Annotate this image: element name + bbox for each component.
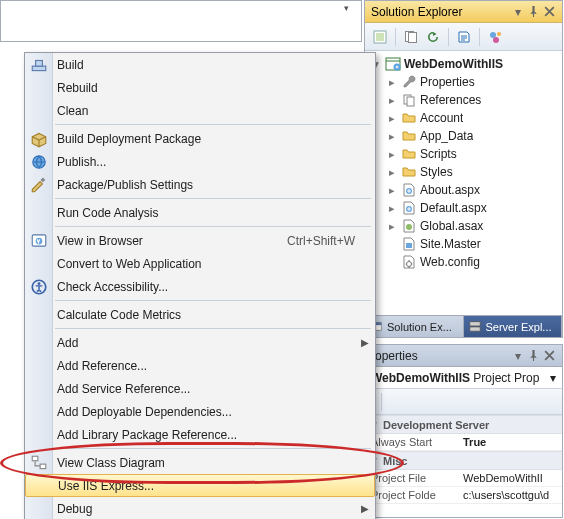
menu-add-deployable[interactable]: Add Deployable Dependencies... xyxy=(25,400,375,423)
combo-caret-icon[interactable]: ▾ xyxy=(550,371,556,385)
panel-menu-icon[interactable]: ▾ xyxy=(511,350,524,362)
properties-body: ▾ Development Server Always Start True ▾… xyxy=(365,415,562,504)
prop-always-start[interactable]: Always Start True xyxy=(365,434,562,451)
tree-item[interactable]: ▸References xyxy=(385,91,562,109)
panel-close-icon[interactable] xyxy=(543,6,556,18)
menu-publish-label: Publish... xyxy=(57,155,106,169)
menu-add-deployable-label: Add Deployable Dependencies... xyxy=(57,405,232,419)
project-root-label: WebDemoWithIIS xyxy=(404,57,503,71)
menu-view-in-browser[interactable]: View in Browser Ctrl+Shift+W xyxy=(25,229,375,252)
menu-check-accessibility-label: Check Accessibility... xyxy=(57,280,168,294)
refresh-icon[interactable] xyxy=(424,28,442,46)
class-diagram-icon xyxy=(30,454,48,472)
menu-add[interactable]: Add ▶ xyxy=(25,331,375,354)
menu-sep xyxy=(55,328,371,329)
menu-sep xyxy=(55,448,371,449)
properties-icon[interactable] xyxy=(371,28,389,46)
accessibility-icon xyxy=(30,278,48,296)
view-designer-icon[interactable] xyxy=(486,28,504,46)
menu-run-code-analysis[interactable]: Run Code Analysis xyxy=(25,201,375,224)
menu-build-deploy[interactable]: Build Deployment Package xyxy=(25,127,375,150)
tab-server-explorer[interactable]: Server Expl... xyxy=(464,316,563,337)
panel-menu-icon[interactable]: ▾ xyxy=(511,6,524,18)
tree-item[interactable]: ▸Styles xyxy=(385,163,562,181)
tree-item[interactable]: ▸Global.asax xyxy=(385,217,562,235)
menu-view-class-diagram[interactable]: View Class Diagram xyxy=(25,451,375,474)
expand-icon[interactable]: ▸ xyxy=(385,130,398,143)
tree-item[interactable]: Site.Master xyxy=(385,235,562,253)
expand-icon[interactable]: ▸ xyxy=(385,184,398,197)
properties-title-label: roperties xyxy=(371,349,418,363)
tree-item-label: Styles xyxy=(420,165,453,179)
settings-icon xyxy=(30,176,48,194)
project-root[interactable]: ▾ WebDemoWithIIS xyxy=(369,55,562,73)
menu-add-library-pkg[interactable]: Add Library Package Reference... xyxy=(25,423,375,446)
menu-check-accessibility[interactable]: Check Accessibility... xyxy=(25,275,375,298)
menu-add-service-reference[interactable]: Add Service Reference... xyxy=(25,377,375,400)
expand-icon[interactable]: ▸ xyxy=(385,166,398,179)
menu-sep xyxy=(55,198,371,199)
menu-use-iis-express[interactable]: Use IIS Express... xyxy=(25,474,375,497)
tree-item[interactable]: ▸Default.aspx xyxy=(385,199,562,217)
tab-solution-explorer[interactable]: Solution Ex... xyxy=(365,316,464,337)
menu-clean[interactable]: Clean xyxy=(25,99,375,122)
menu-view-in-browser-shortcut: Ctrl+Shift+W xyxy=(287,234,355,248)
expand-icon[interactable]: ▸ xyxy=(385,220,398,233)
tree-item-label: Web.config xyxy=(420,255,480,269)
expand-icon[interactable]: ▸ xyxy=(385,202,398,215)
menu-convert-webapp[interactable]: Convert to Web Application xyxy=(25,252,375,275)
prop-cat-misc[interactable]: ▾ Misc xyxy=(365,451,562,470)
prop-always-start-key: Always Start xyxy=(371,436,463,448)
properties-combo[interactable]: WebDemoWithIIS Project Prop ▾ xyxy=(365,367,562,389)
tree-item-label: Default.aspx xyxy=(420,201,487,215)
server-tab-icon xyxy=(468,319,482,335)
package-icon xyxy=(30,130,48,148)
menu-view-in-browser-label: View in Browser xyxy=(57,234,143,248)
menu-sep xyxy=(55,124,371,125)
tree-item[interactable]: Web.config xyxy=(385,253,562,271)
expand-icon[interactable] xyxy=(385,238,398,250)
folder-icon xyxy=(401,128,417,144)
menu-publish[interactable]: Publish... xyxy=(25,150,375,173)
menu-debug-label: Debug xyxy=(57,502,92,516)
tree-item[interactable]: ▸Account xyxy=(385,109,562,127)
panel-pin-icon[interactable] xyxy=(527,6,540,18)
config-icon xyxy=(401,254,417,270)
prop-project-file[interactable]: Project File WebDemoWithII xyxy=(365,470,562,487)
expand-icon[interactable] xyxy=(385,256,398,268)
folder-icon xyxy=(401,164,417,180)
tree-item-label: Account xyxy=(420,111,463,125)
tree-item-label: Properties xyxy=(420,75,475,89)
svg-rect-18 xyxy=(469,321,480,325)
menu-calc-metrics-label: Calculate Code Metrics xyxy=(57,308,181,322)
solution-explorer-panel: Solution Explorer ▾ ▾ WebDemoWithIIS xyxy=(364,0,563,338)
expand-icon[interactable]: ▸ xyxy=(385,148,398,161)
menu-build[interactable]: Build xyxy=(25,53,375,76)
menu-debug[interactable]: Debug ▶ xyxy=(25,497,375,519)
prop-project-folder[interactable]: Project Folde c:\users\scottgu\d xyxy=(365,487,562,504)
expand-icon[interactable]: ▸ xyxy=(385,94,398,107)
panel-pin-icon[interactable] xyxy=(527,350,540,362)
tree-item[interactable]: ▸App_Data xyxy=(385,127,562,145)
tree-item-label: App_Data xyxy=(420,129,473,143)
submenu-arrow-icon: ▶ xyxy=(361,503,369,514)
menu-sep xyxy=(55,300,371,301)
properties-panel: roperties ▾ WebDemoWithIIS Project Prop … xyxy=(364,344,563,518)
menu-pkg-pub-settings[interactable]: Package/Publish Settings xyxy=(25,173,375,196)
show-all-files-icon[interactable] xyxy=(402,28,420,46)
prop-cat-devserver[interactable]: ▾ Development Server xyxy=(365,415,562,434)
expand-icon[interactable]: ▸ xyxy=(385,76,398,89)
expand-icon[interactable]: ▸ xyxy=(385,112,398,125)
editor-options-caret[interactable]: ▾ xyxy=(339,1,353,15)
panel-close-icon[interactable] xyxy=(543,350,556,362)
code-view-icon[interactable] xyxy=(455,28,473,46)
folder-icon xyxy=(401,110,417,126)
menu-rebuild[interactable]: Rebuild xyxy=(25,76,375,99)
tree-item[interactable]: ▸Properties xyxy=(385,73,562,91)
tree-item[interactable]: ▸About.aspx xyxy=(385,181,562,199)
tree-item[interactable]: ▸Scripts xyxy=(385,145,562,163)
menu-calc-metrics[interactable]: Calculate Code Metrics xyxy=(25,303,375,326)
prop-cat-misc-label: Misc xyxy=(383,455,407,467)
menu-add-reference[interactable]: Add Reference... xyxy=(25,354,375,377)
csproj-icon xyxy=(385,56,401,72)
